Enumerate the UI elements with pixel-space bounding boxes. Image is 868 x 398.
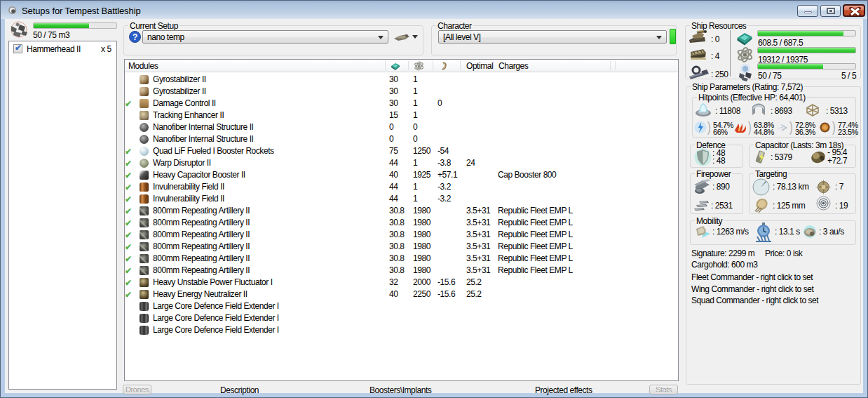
svg-text:?: ?: [133, 32, 137, 42]
